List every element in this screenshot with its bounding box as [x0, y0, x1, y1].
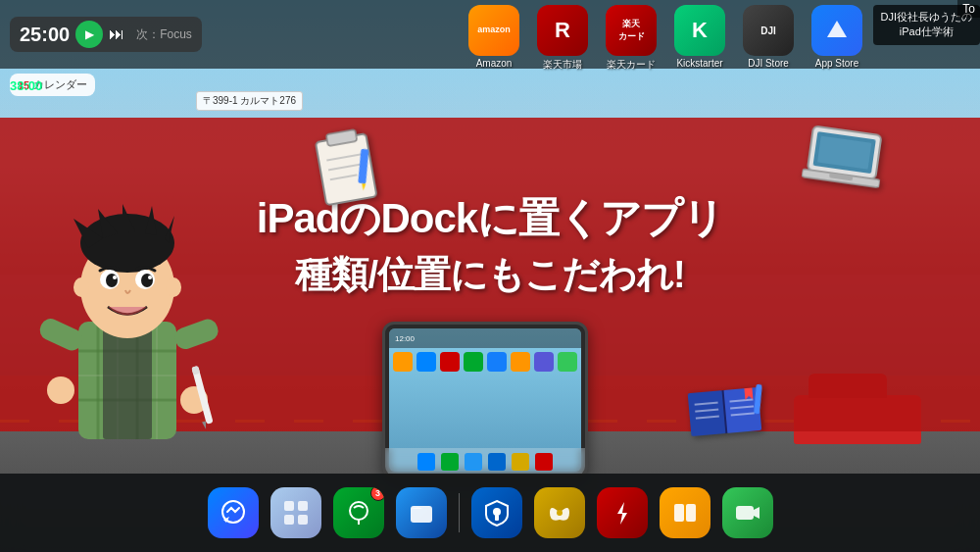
appstore-label: App Store	[815, 58, 858, 69]
svg-rect-59	[284, 515, 294, 525]
ipad-mini-dock	[389, 448, 581, 472]
mini-icon-6	[511, 352, 530, 372]
score-display: 38:00	[10, 78, 42, 93]
app-kickstarter[interactable]: K Kickstarter	[674, 5, 725, 69]
svg-marker-68	[617, 502, 627, 525]
svg-rect-72	[736, 506, 754, 520]
svg-marker-73	[754, 507, 760, 519]
ipad-frame: 12:00	[382, 322, 588, 478]
dock-app2[interactable]	[270, 487, 321, 538]
rakutencard-icon: 楽天カード	[606, 5, 657, 56]
app-dji[interactable]: DJI DJI Store	[743, 5, 794, 69]
app2-icon[interactable]	[270, 487, 321, 538]
1password-icon[interactable]	[471, 487, 522, 538]
svg-point-65	[493, 508, 501, 516]
dock-files[interactable]	[396, 487, 447, 538]
svg-point-43	[141, 274, 153, 287]
svg-rect-69	[674, 504, 684, 522]
ipad-screen-top-bar: 12:00	[389, 328, 581, 348]
skip-button[interactable]: ⏭	[109, 25, 124, 43]
toolbox-icon[interactable]	[597, 487, 648, 538]
appstore-icon	[811, 5, 862, 56]
mini-dock-2	[441, 453, 459, 471]
brand-line2: iPad仕学術	[900, 25, 954, 37]
svg-rect-70	[686, 504, 696, 522]
music-widget: 25:00 ▶ ⏭ 次：Focus	[10, 17, 202, 52]
bottom-dock: 3	[0, 474, 980, 552]
dock-books[interactable]	[660, 487, 710, 538]
app-appstore[interactable]: App Store	[811, 5, 862, 69]
kickstarter-icon: K	[674, 5, 725, 56]
book-icon	[683, 379, 767, 458]
svg-rect-12	[688, 390, 727, 436]
top-app-icons: amazon Amazon R 楽天市場 楽天カード 楽天カード K Kicks…	[468, 5, 862, 72]
yomiuri-icon[interactable]	[534, 487, 585, 538]
ipad-device: 12:00	[382, 322, 598, 488]
address-box: 〒399-1 カルマト276	[196, 91, 303, 111]
dock-evernote[interactable]: 3	[333, 487, 384, 538]
messenger-icon[interactable]	[208, 487, 259, 538]
amazon-label: Amazon	[476, 58, 513, 69]
svg-rect-0	[316, 133, 376, 205]
ipad-screen: 12:00	[389, 328, 581, 472]
svg-rect-66	[495, 515, 499, 521]
focus-label: 次：Focus	[136, 26, 192, 43]
files-icon[interactable]	[396, 487, 447, 538]
books-icon[interactable]	[660, 487, 710, 538]
mini-dock-6	[535, 453, 553, 471]
dock-divider	[459, 493, 460, 532]
svg-point-67	[557, 510, 563, 516]
mini-dock-3	[465, 453, 482, 471]
svg-point-54	[47, 376, 74, 404]
mini-icon-7	[534, 352, 554, 372]
dji-icon: DJI	[743, 5, 794, 56]
kickstarter-label: Kickstarter	[676, 58, 722, 69]
mini-icon-5	[487, 352, 507, 372]
app-rakutencard[interactable]: 楽天カード 楽天カード	[606, 5, 657, 72]
mini-dock-5	[512, 453, 529, 471]
ipad-screen-icons-grid	[389, 348, 581, 376]
facetime-icon[interactable]	[722, 487, 773, 538]
svg-point-46	[74, 277, 89, 297]
dock-toolbox[interactable]	[597, 487, 648, 538]
cartoon-character	[29, 155, 245, 498]
mini-icon-1	[393, 352, 413, 372]
mini-dock-4	[488, 453, 506, 471]
amazon-icon: amazon	[468, 5, 519, 56]
evernote-icon[interactable]: 3	[333, 487, 384, 538]
to-label: To	[957, 0, 980, 18]
app-amazon[interactable]: amazon Amazon	[468, 5, 519, 69]
mini-dock-1	[417, 453, 435, 471]
timer-display: 25:00	[20, 24, 70, 46]
app-rakuten[interactable]: R 楽天市場	[537, 5, 588, 72]
rakuten-label: 楽天市場	[543, 58, 582, 72]
dock-facetime[interactable]	[722, 487, 773, 538]
dji-label: DJI Store	[748, 58, 789, 69]
dock-yomiuri[interactable]	[534, 487, 585, 538]
mini-icon-3	[440, 352, 460, 372]
mini-icon-8	[558, 352, 577, 372]
svg-point-45	[148, 276, 152, 279]
mini-icon-2	[416, 352, 436, 372]
svg-rect-31	[103, 322, 152, 439]
svg-point-47	[166, 277, 181, 297]
mini-icon-4	[464, 352, 483, 372]
svg-rect-58	[298, 501, 308, 511]
dock-messenger[interactable]	[208, 487, 259, 538]
dock-1password[interactable]	[471, 487, 522, 538]
svg-point-42	[106, 274, 118, 287]
svg-rect-49	[172, 317, 221, 352]
svg-rect-57	[284, 501, 294, 511]
laptop-icon	[799, 121, 887, 208]
play-button[interactable]: ▶	[75, 21, 103, 48]
rakuten-icon: R	[537, 5, 588, 56]
rakutencard-label: 楽天カード	[607, 58, 656, 72]
evernote-badge: 3	[370, 487, 384, 501]
svg-rect-48	[36, 316, 85, 354]
svg-point-44	[113, 276, 117, 279]
svg-rect-60	[298, 515, 308, 525]
svg-point-61	[350, 502, 368, 520]
